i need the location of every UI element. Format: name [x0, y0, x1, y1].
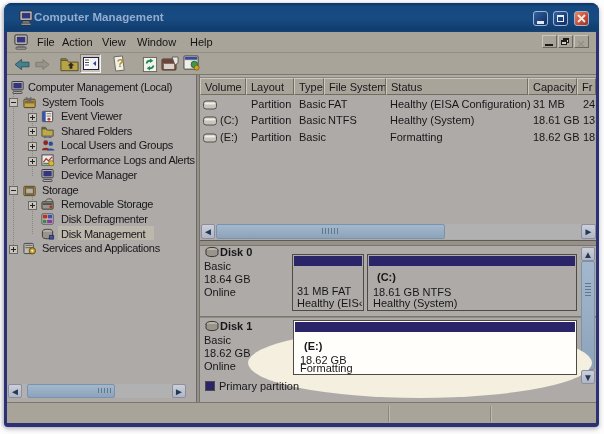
- svg-text:?: ?: [117, 57, 124, 69]
